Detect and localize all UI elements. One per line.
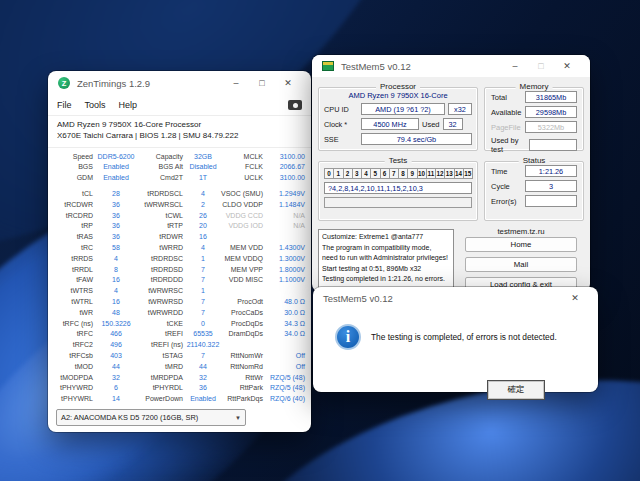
minimize-button[interactable]: – xyxy=(502,57,528,75)
timing-label: tWTRL xyxy=(54,297,96,308)
voltage-label: DramDqDs xyxy=(220,329,266,340)
menu-help[interactable]: Help xyxy=(119,100,138,110)
log-line: Customize: Extreme1 @anta777 xyxy=(322,232,450,243)
timing-value: 44 xyxy=(186,362,220,373)
close-icon[interactable]: ✕ xyxy=(562,290,588,308)
info-value: 1T xyxy=(186,173,220,184)
timing-rows: tCL 28 tRDRDSCL 4 VSOC (SMU) 1.2949V tRC… xyxy=(54,189,305,405)
timing-value: 8 xyxy=(96,265,136,276)
timing-row: tRC 58 tWRRD 4 MEM VDD 1.4300V xyxy=(54,243,305,254)
timing-label: tPHYWRD xyxy=(54,383,96,394)
minimize-button[interactable]: – xyxy=(223,74,249,92)
voltage-label: RttPark xyxy=(220,383,266,394)
testmem5-titlebar: TestMem5 v0.12 – □ ✕ xyxy=(312,55,590,77)
menu-file[interactable]: File xyxy=(57,100,72,110)
timing-label: tFAW xyxy=(54,275,96,286)
test-number-cell: 15 xyxy=(463,168,473,179)
processor-caption: Processor xyxy=(376,82,420,91)
status-rows: Time 1:21.26 Cycle 3 Error(s) xyxy=(485,165,583,207)
memory-row: Used by test xyxy=(491,136,577,154)
zentimings-window-title: ZenTimings 1.2.9 xyxy=(77,78,223,89)
timing-row: tPHYWRD 6 tPHYRDL 36 RttPark RZQ/5 (48) xyxy=(54,383,305,394)
timing-row: tRFC 466 tREFI 65535 DramDqDs 34.0 Ω xyxy=(54,329,305,340)
timing-label: tRCDRD xyxy=(54,211,96,222)
cpu-id-label: CPU ID xyxy=(324,105,358,114)
voltage-label: RttParkDqs xyxy=(220,394,266,405)
menu-tools[interactable]: Tools xyxy=(85,100,106,110)
log-line: The program in compatibility mode, xyxy=(322,243,450,254)
threads-field: x32 xyxy=(448,103,472,115)
info-value: 32GB xyxy=(186,152,220,163)
voltage-value: 48.0 Ω xyxy=(266,297,305,308)
timing-value: 36 xyxy=(96,232,136,243)
testmem5-app-icon xyxy=(322,61,334,71)
clock-label: Clock * xyxy=(324,120,358,129)
timing-value: 4 xyxy=(186,243,220,254)
timing-label: tRDWR xyxy=(136,232,186,243)
timing-value: 32 xyxy=(186,373,220,384)
voltage-label xyxy=(220,286,266,297)
action-button[interactable]: Home xyxy=(465,237,577,252)
memory-value-field xyxy=(529,139,577,151)
timing-label: tWRWRDD xyxy=(136,308,186,319)
voltage-value: 1.4300V xyxy=(266,243,305,254)
timing-value: 21140.322 xyxy=(186,340,220,351)
timing-row: tCL 28 tRDRDSCL 4 VSOC (SMU) 1.2949V xyxy=(54,189,305,200)
log-line: need to run with Administrator privilege… xyxy=(322,253,450,264)
close-button[interactable]: ✕ xyxy=(554,57,580,75)
timing-label: tRDRDSCL xyxy=(136,189,186,200)
timing-label: tRTP xyxy=(136,221,186,232)
timing-value: 32 xyxy=(96,373,136,384)
status-row: Time 1:21.26 xyxy=(491,165,577,177)
maximize-button: □ xyxy=(528,57,554,75)
info-value: Disabled xyxy=(186,162,220,173)
cpu-name: AMD Ryzen 9 7950X 16-Core xyxy=(319,91,477,100)
info-icon: i xyxy=(335,324,361,350)
info-value: Enabled xyxy=(96,173,136,184)
voltage-label: MEM VDDQ xyxy=(220,254,266,265)
timings-table: Speed DDR5-6200 Capacity 32GB MCLK 3100.… xyxy=(48,148,311,406)
maximize-button[interactable]: □ xyxy=(249,74,275,92)
timing-row: tRP 36 tRTP 20 VDDG IOD N/A xyxy=(54,221,305,232)
voltage-label: MEM VPP xyxy=(220,265,266,276)
timing-label: tRFC xyxy=(54,329,96,340)
timing-label: tRDRDDD xyxy=(136,275,186,286)
close-button[interactable]: ✕ xyxy=(275,74,301,92)
chevron-down-icon: ▼ xyxy=(235,415,241,421)
timing-label: tWRWRSD xyxy=(136,297,186,308)
voltage-label: ProcCaDs xyxy=(220,308,266,319)
screenshot-camera-icon[interactable] xyxy=(288,100,302,110)
voltage-value xyxy=(266,340,305,351)
voltage-label: CLDO VDDP xyxy=(220,200,266,211)
dimm-selector-dropdown[interactable]: A2: ANACOMDA KS D5 7200 (16GB, SR) ▼ xyxy=(56,409,246,426)
voltage-value: RZQ/6 (40) xyxy=(266,394,305,405)
action-button[interactable]: Mail xyxy=(465,257,577,272)
log-line: Testing completed in 1:21.26, no errors. xyxy=(322,274,450,285)
desktop: Z ZenTimings 1.2.9 – □ ✕ File Tools Help… xyxy=(0,0,640,481)
voltage-value: N/A xyxy=(266,211,305,222)
timing-value: 466 xyxy=(96,329,136,340)
timing-row: tRCDRD 36 tCWL 26 VDDG CCD N/A xyxy=(54,211,305,222)
timing-value: 4 xyxy=(96,254,136,265)
timing-value: 2 xyxy=(186,200,220,211)
timing-label: tRRDS xyxy=(54,254,96,265)
timing-value: 16 xyxy=(186,232,220,243)
timing-value: 36 xyxy=(96,221,136,232)
timing-label: tWRWRSC xyxy=(136,286,186,297)
voltage-value: RZQ/5 (48) xyxy=(266,373,305,384)
info-row: BGS Enabled BGS Alt Disabled FCLK 2066.6… xyxy=(54,162,305,173)
status-label: Error(s) xyxy=(491,197,516,206)
board-bios-line: X670E Taichi Carrara | BIOS 1.28 | SMU 8… xyxy=(57,131,302,142)
ok-button[interactable]: 確定 xyxy=(487,380,545,400)
test-sequence-input[interactable]: ?4,2,8,14,2,10,11,1,15,2,10,3 xyxy=(324,182,472,194)
info-row: Speed DDR5-6200 Capacity 32GB MCLK 3100.… xyxy=(54,152,305,163)
voltage-value: RZQ/5 (48) xyxy=(266,383,305,394)
status-value-field: 1:21.26 xyxy=(525,165,577,177)
info-label: Speed xyxy=(54,152,96,163)
voltage-label: VDDG CCD xyxy=(220,211,266,222)
tests-groupbox: Tests 0 1 2 3 4 5 6 xyxy=(318,161,478,221)
memory-caption: Memory xyxy=(516,82,553,91)
memory-label: Total xyxy=(491,93,507,102)
memory-label: Available xyxy=(491,108,521,117)
timing-value: 496 xyxy=(96,340,136,351)
